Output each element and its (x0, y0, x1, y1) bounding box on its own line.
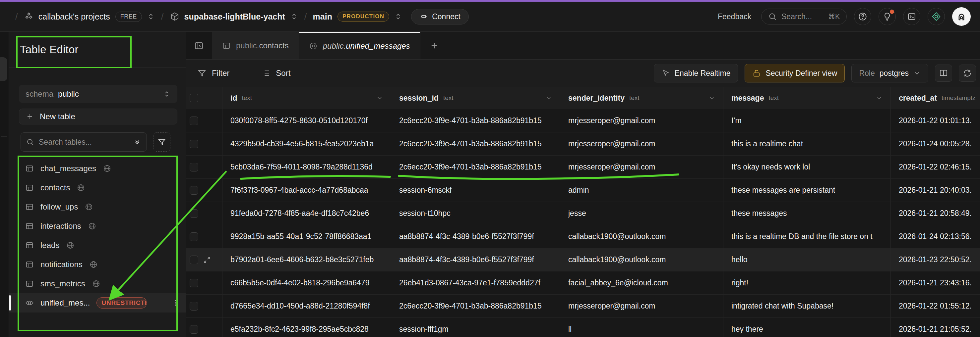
global-search-input[interactable]: Search... ⌘K (761, 9, 847, 24)
cell-id[interactable]: d7665e34-dd10-450d-a88d-21280f594f8f (231, 302, 370, 310)
table-row[interactable]: 7f6f37f3-0967-4bad-accc-4a77d68abcaa ses… (186, 179, 980, 202)
connect-button[interactable]: Connect (411, 9, 469, 24)
cell-created-at[interactable]: 2026-01-24 02:13:56.64 (899, 232, 972, 241)
sidebar-item-chat-messages[interactable]: chat_messages (9, 159, 186, 178)
table-row[interactable]: 030f0078-8ff5-4275-8630-0510d120170f 2c6… (186, 109, 980, 133)
cell-id[interactable]: e5fa232b-8fc2-4623-99f8-295ae5cbc828 (231, 325, 369, 334)
chevron-down-icon[interactable] (376, 95, 383, 101)
refresh-button[interactable] (959, 65, 976, 82)
sidebar-item-sms-metrics[interactable]: sms_metrics (9, 274, 186, 293)
schema-select[interactable]: schema public (19, 85, 177, 103)
chevron-down-icon[interactable] (546, 95, 552, 101)
cell-sender-identity[interactable]: mrjesseroper@gmail.com (568, 116, 655, 125)
cell-sender-identity[interactable]: callaback1900@outlook.com (568, 255, 666, 264)
new-table-button[interactable]: New table (19, 109, 177, 125)
table-row[interactable]: e5fa232b-8fc2-4623-99f8-295ae5cbc828 ses… (186, 318, 980, 337)
cell-id[interactable]: c66b5b5e-0df4-4e02-b818-296be9a6479 (231, 278, 369, 287)
breadcrumb-branch[interactable]: main (313, 12, 332, 22)
cell-message[interactable]: hello (731, 255, 748, 264)
select-all-checkbox[interactable] (189, 94, 198, 102)
cell-message[interactable]: It’s okay needs work lol (731, 163, 810, 171)
enable-realtime-button[interactable]: Enable Realtime (654, 64, 738, 82)
column-header-sender-identity[interactable]: sender_identity text (560, 87, 723, 109)
row-checkbox[interactable] (189, 256, 198, 264)
search-tables-input[interactable]: Search tables... (21, 133, 147, 152)
breadcrumb-org[interactable]: callaback's projects (38, 12, 110, 22)
cell-session-id[interactable]: 26eb41d3-0867-43ca-97e1-f7859eddd27f (399, 278, 540, 287)
cell-message[interactable]: these messages (731, 209, 787, 218)
role-select[interactable]: Role postgres (851, 64, 928, 82)
branch-switcher-icon[interactable] (394, 12, 402, 21)
chevron-down-icon[interactable] (708, 95, 715, 101)
cell-created-at[interactable]: 2026-01-21 21:05:52.64 (899, 325, 972, 334)
row-checkbox[interactable] (189, 140, 198, 148)
breadcrumb-project[interactable]: supabase-lightBlue-yacht (185, 12, 285, 22)
cell-session-id[interactable]: aa8b8874-4f3c-4389-b0e6-f5527f3f799f (399, 255, 534, 264)
cell-session-id[interactable]: session-fff1gm (399, 325, 449, 334)
sidebar-item-follow-ups[interactable]: follow_ups (9, 197, 186, 217)
cell-sender-identity[interactable]: facial_abbey_6e@icloud.com (568, 278, 668, 287)
cell-sender-identity[interactable]: admin (568, 186, 589, 195)
table-row[interactable]: d7665e34-dd10-450d-a88d-21280f594f8f 2c6… (186, 294, 980, 318)
table-row[interactable]: 91feda0d-7278-4f85-aa4e-df18c7c42be6 ses… (186, 202, 980, 225)
cell-created-at[interactable]: 2026-01-21 20:58:49.22 (899, 209, 972, 218)
column-header-message[interactable]: message text (723, 87, 891, 109)
tab-public-contacts[interactable]: public.contacts (212, 32, 299, 59)
cell-session-id[interactable]: aa8b8874-4f3c-4389-b0e6-f5527f3f799f (399, 232, 534, 241)
row-checkbox[interactable] (189, 117, 198, 125)
cell-created-at[interactable]: 2026-01-23 22:50:52.97 (899, 255, 972, 264)
cell-sender-identity[interactable]: callaback1900@outlook.com (568, 232, 666, 241)
filter-button[interactable]: Filter (197, 68, 229, 78)
cell-session-id[interactable]: 2c6ecc20-3f9e-4701-b3ab-886a82b91b15 (399, 163, 542, 171)
cell-sender-identity[interactable]: mrjesseroper@gmail.com (568, 302, 655, 310)
terminal-button[interactable] (903, 8, 920, 25)
cell-created-at[interactable]: 2026-01-24 00:05:28.30 (899, 139, 972, 148)
cell-session-id[interactable]: session-t10hpc (399, 209, 450, 218)
new-tab-button[interactable] (420, 32, 448, 59)
cell-session-id[interactable]: 2c6ecc20-3f9e-4701-b3ab-886a82b91b15 (399, 139, 542, 148)
cell-session-id[interactable]: 2c6ecc20-3f9e-4701-b3ab-886a82b91b15 (399, 302, 542, 310)
org-switcher-icon[interactable] (146, 12, 155, 21)
sidebar-item-unified-messages[interactable]: unified_mes... UNRESTRICTED (9, 293, 186, 313)
cell-message[interactable]: right! (731, 278, 748, 287)
cell-id[interactable]: 7f6f37f3-0967-4bad-accc-4a77d68abcaa (231, 186, 368, 195)
sidebar-item-interactions[interactable]: interactions (9, 217, 186, 236)
cell-id[interactable]: 91feda0d-7278-4f85-aa4e-df18c7c42be6 (231, 209, 369, 218)
sidebar-item-leads[interactable]: leads (9, 236, 186, 255)
cell-created-at[interactable]: 2026-01-22 02:46:15.60 (899, 163, 972, 171)
cell-created-at[interactable]: 2026-01-22 01:01:13.880 (899, 116, 972, 125)
kebab-menu-icon[interactable] (172, 299, 179, 307)
help-button[interactable] (854, 8, 871, 25)
expand-row-icon[interactable] (203, 256, 211, 264)
cell-message[interactable]: this is a realtime DB and the file store… (731, 232, 873, 241)
row-checkbox[interactable] (189, 186, 198, 195)
api-docs-button[interactable] (935, 65, 952, 82)
cell-id[interactable]: 5cb03da6-7f59-4011-8098-79a288d1136d (231, 163, 373, 171)
sidebar-item-notifications[interactable]: notifications (9, 255, 186, 274)
row-checkbox[interactable] (189, 325, 198, 334)
nav-rail-active-item[interactable] (0, 57, 7, 81)
column-header-created-at[interactable]: created_at timestamptz (891, 87, 980, 109)
table-row[interactable]: 4329b50d-cb39-4e56-b815-fea52023eb1a 2c6… (186, 133, 980, 156)
sidebar-item-contacts[interactable]: contacts (9, 178, 186, 197)
table-row[interactable]: c66b5b5e-0df4-4e02-b818-296be9a6479 26eb… (186, 271, 980, 294)
cell-id[interactable]: b7902a01-6ee6-4606-b632-b8e3c5271feb (231, 255, 374, 264)
cell-session-id[interactable]: 2c6ecc20-3f9e-4701-b3ab-886a82b91b15 (399, 116, 542, 125)
table-row[interactable]: 5cb03da6-7f59-4011-8098-79a288d1136d 2c6… (186, 156, 980, 179)
cell-message[interactable]: this is a realtime chat (731, 139, 803, 148)
table-row[interactable]: 9928a15b-aa55-40a1-9c52-78ff86683aa1 aa8… (186, 225, 980, 248)
security-definer-button[interactable]: Security Definer view (745, 64, 845, 82)
cell-sender-identity[interactable]: jesse (568, 209, 586, 218)
cell-message[interactable]: I’m (731, 116, 741, 125)
cell-session-id[interactable]: session-6msckf (399, 186, 452, 195)
cell-sender-identity[interactable]: mrjesseroper@gmail.com (568, 139, 655, 148)
notifications-button[interactable] (878, 8, 896, 25)
project-switcher-icon[interactable] (290, 12, 298, 21)
cell-message[interactable]: intigrated chat with Supabase! (731, 302, 834, 310)
cell-created-at[interactable]: 2026-01-22 01:55:12.90 (899, 302, 972, 310)
collapse-sidebar-button[interactable] (186, 32, 212, 59)
cell-sender-identity[interactable]: ll (568, 325, 571, 334)
cell-created-at[interactable]: 2026-01-21 20:40:03.75 (899, 186, 972, 195)
cell-sender-identity[interactable]: mrjesseroper@gmail.com (568, 163, 655, 171)
row-checkbox[interactable] (189, 209, 198, 218)
